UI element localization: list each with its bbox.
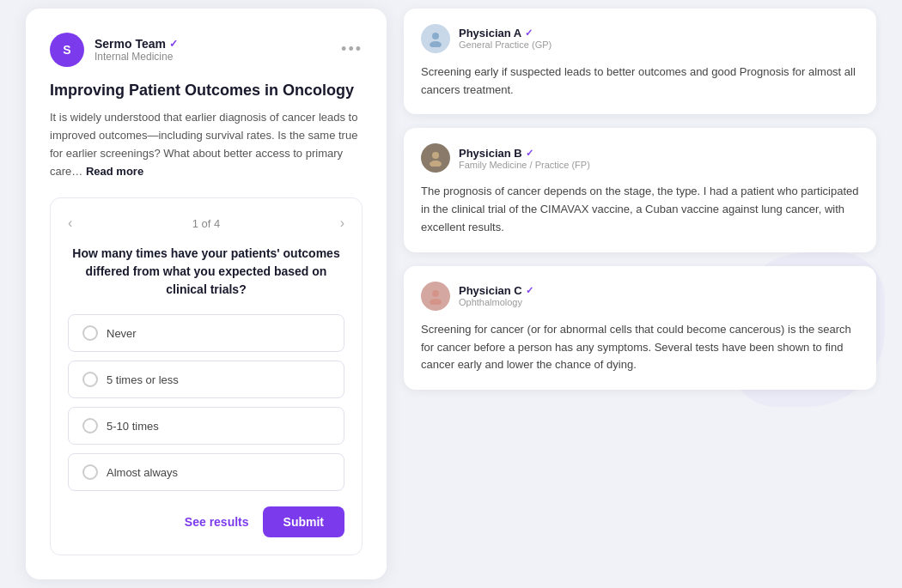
comment-author-name-c: Physician C ✓ <box>459 284 533 297</box>
comment-author-name-a: Physician A ✓ <box>459 27 552 39</box>
verified-b: ✓ <box>526 148 533 159</box>
comment-avatar-a <box>421 24 450 53</box>
poll-box: ‹ 1 of 4 › How many times have your pati… <box>50 197 363 555</box>
poll-option-3[interactable]: 5-10 times <box>68 407 344 445</box>
comment-card-a: Physician A ✓ General Practice (GP) Scre… <box>404 9 876 115</box>
poll-actions: See results Submit <box>68 506 344 537</box>
comment-author-info-b: Physician B ✓ Family Medicine / Practice… <box>459 147 590 170</box>
poll-options: Never 5 times or less 5-10 times Almost … <box>68 314 344 491</box>
comment-text-c: Screening for cancer (or for abnormal ce… <box>421 321 859 374</box>
main-post-card: S Sermo Team ✓ Internal Medicine ••• Imp… <box>26 9 387 580</box>
poll-option-2[interactable]: 5 times or less <box>68 361 344 398</box>
author-section: S Sermo Team ✓ Internal Medicine <box>50 33 178 67</box>
comment-specialty-b: Family Medicine / Practice (FP) <box>459 160 590 170</box>
svg-point-1 <box>430 41 442 47</box>
verified-c: ✓ <box>526 285 533 296</box>
poll-navigation: ‹ 1 of 4 › <box>68 215 344 231</box>
comments-column: Physician A ✓ General Practice (GP) Scre… <box>404 9 876 390</box>
svg-point-5 <box>430 299 442 305</box>
comment-card-b: Physician B ✓ Family Medicine / Practice… <box>404 128 876 252</box>
card-header: S Sermo Team ✓ Internal Medicine ••• <box>50 33 363 67</box>
poll-prev-button[interactable]: ‹ <box>68 215 72 231</box>
read-more-link[interactable]: Read more <box>86 165 143 178</box>
poll-question: How many times have your patients' outco… <box>68 245 344 299</box>
option-label-almost-always: Almost always <box>107 466 178 479</box>
comment-header-c: Physician C ✓ Ophthalmology <box>421 282 859 311</box>
option-label-5-or-less: 5 times or less <box>107 373 179 386</box>
svg-point-2 <box>432 152 439 159</box>
radio-5-or-less <box>82 372 98 387</box>
comment-author-name-b: Physician B ✓ <box>459 147 590 160</box>
comment-text-a: Screening early if suspected leads to be… <box>421 64 859 100</box>
post-body: It is widely understood that earlier dia… <box>50 109 363 180</box>
svg-point-3 <box>430 161 442 167</box>
verified-a: ✓ <box>525 27 533 39</box>
verified-icon: ✓ <box>169 38 178 50</box>
poll-next-button[interactable]: › <box>340 215 344 231</box>
radio-never <box>82 325 98 341</box>
option-label-5-10: 5-10 times <box>107 420 159 433</box>
radio-almost-always <box>82 464 98 480</box>
option-label-never: Never <box>107 327 137 340</box>
comment-card-c: Physician C ✓ Ophthalmology Screening fo… <box>404 266 876 390</box>
svg-point-4 <box>432 290 439 297</box>
author-name: Sermo Team ✓ <box>94 37 178 51</box>
comment-specialty-a: General Practice (GP) <box>459 39 552 50</box>
comment-header-a: Physician A ✓ General Practice (GP) <box>421 24 859 53</box>
poll-counter: 1 of 4 <box>192 217 221 230</box>
page-container: S Sermo Team ✓ Internal Medicine ••• Imp… <box>0 0 902 588</box>
post-title: Improving Patient Outcomes in Oncology <box>50 81 363 100</box>
radio-5-10 <box>82 418 98 433</box>
submit-button[interactable]: Submit <box>263 506 344 537</box>
comment-text-b: The prognosis of cancer depends on the s… <box>421 183 859 236</box>
comment-avatar-c <box>421 282 450 311</box>
comment-author-info-a: Physician A ✓ General Practice (GP) <box>459 27 552 50</box>
comment-avatar-b <box>421 143 450 173</box>
comment-author-info-c: Physician C ✓ Ophthalmology <box>459 284 533 307</box>
comment-header-b: Physician B ✓ Family Medicine / Practice… <box>421 143 859 173</box>
author-specialty: Internal Medicine <box>94 51 178 63</box>
poll-option-4[interactable]: Almost always <box>68 453 344 491</box>
poll-option-1[interactable]: Never <box>68 314 344 352</box>
author-avatar: S <box>50 33 84 67</box>
more-menu-button[interactable]: ••• <box>341 40 363 58</box>
author-info: Sermo Team ✓ Internal Medicine <box>94 37 178 63</box>
see-results-button[interactable]: See results <box>185 515 249 529</box>
svg-point-0 <box>432 33 439 39</box>
comment-specialty-c: Ophthalmology <box>459 297 533 307</box>
